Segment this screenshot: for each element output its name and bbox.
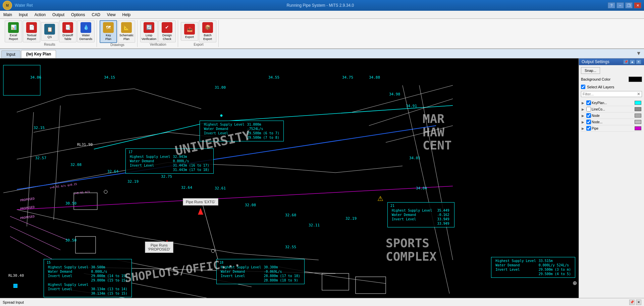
layer-lineco[interactable]: ▶ LineCo... (581, 106, 642, 113)
drawings-label: Drawings (110, 43, 124, 47)
elev-18: 32.61 (215, 186, 226, 190)
svg-line-43 (335, 277, 386, 283)
qs-icon: 📋 (44, 24, 55, 35)
color-node2[interactable] (635, 120, 641, 124)
elev-16: 32.75 (161, 174, 172, 179)
expand-keyplan[interactable]: ▶ (582, 101, 586, 105)
layer-pipe[interactable]: ▶ Pipe (581, 125, 642, 132)
elev-4: 34.55 (268, 75, 279, 80)
status-close-button[interactable]: ✕ (636, 300, 641, 305)
svg-line-3 (134, 89, 201, 109)
status-pin-button[interactable]: 📌 (629, 300, 635, 305)
batch-export-button[interactable]: 📦 BatchExport (199, 20, 216, 43)
bg-color-swatch[interactable] (629, 77, 642, 82)
tab-input[interactable]: Input (1, 50, 20, 58)
select-all-checkbox[interactable] (581, 85, 585, 89)
key-plan-button[interactable]: 🗺 KeyPlan (100, 20, 117, 43)
menu-cad[interactable]: CAD (88, 11, 103, 18)
check-keyplan[interactable] (586, 100, 591, 105)
expand-pipe[interactable]: ▶ (582, 127, 586, 130)
water-demands-button[interactable]: 💧 WaterDemands (77, 20, 95, 43)
export-label: Export (194, 43, 204, 47)
design-icon: ✔ (162, 22, 172, 33)
select-all-row: Select All Layers (581, 85, 642, 89)
drawoff-icon: 📑 (62, 22, 73, 33)
minimize-button[interactable]: − (616, 2, 624, 8)
elev-11: 32.57 (35, 156, 46, 160)
restore-button[interactable]: ❐ (625, 2, 633, 8)
menu-options[interactable]: Options (68, 11, 88, 18)
status-text: Spread Input (3, 300, 24, 304)
cad-canvas[interactable]: 34.06 34.15 31.00 34.55 34.75 34.88 34.9… (0, 58, 579, 298)
panel-close-button[interactable]: ✕ (636, 59, 641, 64)
export-group: 📤 Export 📦 BatchExport Export (179, 20, 219, 47)
drawings-group: 🗺 KeyPlan 📐 SchematicPlan Drawings (98, 20, 138, 47)
tab-dropdown-button[interactable]: ▼ (636, 50, 641, 56)
loop-icon: 🔄 (144, 22, 154, 33)
layer-node[interactable]: ▶ Node (581, 113, 642, 119)
menu-bar: Main Input Action Output Options CAD Vie… (0, 11, 644, 19)
color-pipe[interactable] (635, 126, 641, 130)
rl-label-1: RL31.90 (77, 142, 93, 147)
svg-rect-0 (3, 65, 40, 95)
filter-input[interactable] (581, 91, 636, 97)
color-lineco[interactable] (635, 107, 641, 111)
check-pipe[interactable] (586, 126, 591, 131)
elev-5: 34.75 (342, 75, 353, 80)
check-node2[interactable] (586, 120, 591, 124)
expand-lineco[interactable]: ▶ (582, 107, 586, 111)
svg-line-15 (17, 210, 134, 236)
expand-node[interactable]: ▶ (582, 114, 586, 118)
panel-pin-button[interactable]: 📌 (623, 59, 629, 64)
excel-icon: 📊 (8, 22, 19, 33)
menu-output[interactable]: Output (49, 11, 68, 18)
filter-clear-button[interactable]: ✕ (636, 92, 642, 96)
elev-17: 32.64 (181, 185, 192, 190)
help-button[interactable]: ? (608, 2, 615, 8)
menu-help[interactable]: Help (119, 11, 134, 18)
loop-verification-button[interactable]: 🔄 LoopVerification (140, 20, 158, 43)
menu-action[interactable]: Action (31, 11, 49, 18)
elev-3: 31.00 (215, 85, 226, 90)
results-group: 📊 ExcelReport 📄 TextualReport 📋 QS 📑 Dra… (3, 20, 97, 47)
map-marker (13, 284, 17, 288)
close-button[interactable]: ✕ (634, 2, 641, 8)
panel-float-button[interactable]: ▲ (630, 59, 635, 64)
output-settings-panel: Output Settings 📌 ▲ ✕ Snap... Background… (579, 58, 644, 298)
menu-main[interactable]: Main (0, 11, 15, 18)
layer-name-node2: Node... (592, 120, 634, 124)
check-node[interactable] (586, 113, 591, 118)
info-box-5: 21 Highest Supply Level35.449 Water Dema… (387, 202, 454, 227)
design-check-button[interactable]: ✔ DesignCheck (158, 20, 176, 43)
elev-19: 32.08 (245, 203, 256, 207)
sports-text: SPORTSCOMPLEX (386, 236, 437, 263)
check-lineco[interactable] (586, 107, 591, 112)
svg-rect-18 (74, 193, 97, 210)
panel-title: Output Settings (582, 59, 609, 64)
menu-input[interactable]: Input (15, 11, 31, 18)
elev-25: 32.55 (285, 245, 296, 249)
layer-node2[interactable]: ▶ Node... (581, 119, 642, 125)
svg-rect-20 (322, 273, 349, 290)
layer-name-keyplan: KeyPlan... (592, 101, 634, 105)
elev-12: 32.15 (34, 126, 45, 130)
snap-button[interactable]: Snap... (581, 67, 600, 74)
color-node[interactable] (635, 114, 641, 118)
svg-line-12 (335, 166, 402, 173)
schematic-plan-button[interactable]: 📐 SchematicPlan (118, 20, 135, 43)
tab-lw-key-plan[interactable]: (lw) Key Plan (21, 50, 56, 58)
elev-13: 32.08 (70, 163, 82, 167)
project-name: Water Ret (15, 3, 33, 8)
drawoff-table-button[interactable]: 📑 DrawoffTable (59, 20, 76, 43)
elev-14: 32.64 (107, 169, 118, 174)
excel-report-button[interactable]: 📊 ExcelReport (5, 20, 22, 43)
mar-hawk-text: MARHAWCENT (423, 112, 452, 152)
color-keyplan[interactable] (635, 101, 641, 105)
layer-keyplan[interactable]: ▶ KeyPlan... (581, 100, 642, 106)
elev-2: 34.15 (104, 75, 115, 80)
export-button[interactable]: 📤 Export (181, 22, 198, 41)
textual-report-button[interactable]: 📄 TextualReport (23, 20, 40, 43)
menu-view[interactable]: View (104, 11, 119, 18)
expand-node2[interactable]: ▶ (582, 120, 586, 124)
qs-button[interactable]: 📋 QS (41, 22, 58, 41)
